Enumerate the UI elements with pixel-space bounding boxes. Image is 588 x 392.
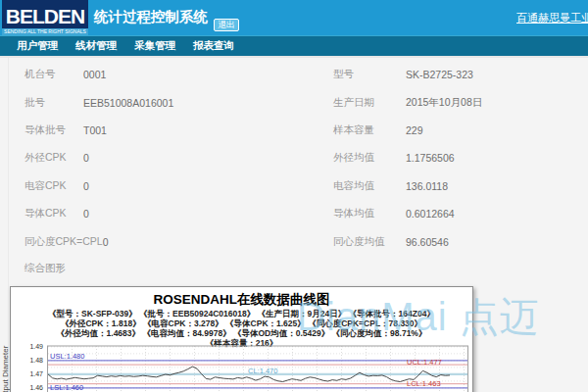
field-label: 电容CPK: [24, 179, 83, 193]
field-label: 导体批号: [24, 123, 83, 137]
form-row: 同心度CPK=CPL0同心度均值96.60546: [0, 227, 588, 255]
field-label: 机台号: [24, 68, 83, 81]
chart-info-line: 《外径CPK：1.818》 《电容CPK：3.278》 《导体CPK：1.625…: [11, 318, 472, 328]
field-value: 0: [83, 180, 89, 192]
field-label: 生产日期: [333, 96, 406, 110]
form-row-left: 外径CPK0: [24, 151, 333, 165]
field-value: 0001: [83, 69, 106, 80]
y-tick-label: 1.48: [23, 356, 43, 365]
belden-logo-tagline: SENDING ALL THE RIGHT SIGNALS: [2, 28, 88, 35]
composite-graph-label: 综合图形: [0, 256, 588, 279]
field-value: 0: [103, 236, 109, 248]
limit-label-lsl: LSL:1.460: [50, 383, 83, 392]
field-value: 229: [406, 124, 423, 136]
y-tick-label: 1.49: [23, 342, 43, 351]
form-row-right: 导体均值0.6012664: [333, 207, 455, 220]
form-row-right: 同心度均值96.60546: [333, 235, 449, 249]
field-value: T001: [83, 124, 107, 136]
form-row: 机台号0001型号SK-B2725-323: [0, 61, 588, 88]
field-value: EEB51008A016001: [83, 97, 173, 109]
limit-label-ucl: UCL:1.477: [407, 358, 442, 367]
field-value: 136.0118: [406, 180, 448, 192]
field-label: 导体均值: [333, 207, 406, 220]
form-row: 导体批号T001样本容量229: [0, 117, 588, 144]
nav-tab-4[interactable]: 报表查询: [189, 39, 238, 53]
company-link[interactable]: 百通赫思曼工业（: [516, 11, 588, 25]
limit-label-cl: CL:1.470: [248, 367, 277, 375]
chart-title: ROSENDAHL在线数据曲线图: [11, 291, 472, 309]
field-value: 1.1756506: [406, 152, 455, 164]
field-value: 0: [83, 208, 89, 220]
field-label: 同心度均值: [333, 235, 406, 249]
plot-svg: USL:1.480UCL:1.477CL:1.470LCL:1.463LSL:1…: [46, 342, 469, 392]
field-label: 样本容量: [333, 123, 406, 137]
page-title: 统计过程控制系统: [94, 0, 208, 33]
form-row-right: 外径均值1.1756506: [333, 151, 455, 165]
field-label: 电容均值: [333, 179, 406, 193]
field-value: 2015年10月08日: [406, 96, 482, 110]
belden-logo-text: BELDEN: [2, 5, 88, 28]
form-row: 外径CPK0外径均值1.1756506: [0, 144, 588, 172]
form-row-left: 机台号0001: [24, 68, 333, 81]
field-label: 外径CPK: [24, 151, 83, 165]
y-tick-label: 1.47: [23, 369, 43, 378]
field-value: 0.6012664: [406, 208, 455, 220]
field-label: 同心度CPK=CPL: [24, 235, 103, 249]
field-value: SK-B2725-323: [406, 69, 473, 80]
logout-button[interactable]: 退出: [214, 19, 239, 31]
form-row-left: 导体CPK0: [24, 207, 333, 220]
field-label: 批号: [24, 96, 83, 110]
form-row: 批号EEB51008A016001生产日期2015年10月08日: [0, 88, 588, 116]
limit-label-lcl: LCL:1.463: [407, 379, 441, 388]
y-axis-label: Output Diameter: [1, 330, 13, 392]
limit-label-usl: USL:1.480: [50, 352, 84, 361]
field-label: 外径均值: [333, 151, 406, 165]
field-value: 96.60546: [406, 236, 449, 248]
field-label: 型号: [333, 68, 406, 81]
form-row-left: 导体批号T001: [24, 123, 333, 137]
belden-logo: BELDEN SENDING ALL THE RIGHT SIGNALS: [2, 0, 88, 35]
nav-tab-3[interactable]: 采集管理: [130, 39, 179, 53]
form-row-right: 样本容量229: [333, 123, 423, 137]
form-row: 电容CPK0电容均值136.0118: [0, 172, 588, 200]
form-row-left: 批号EEB51008A016001: [24, 96, 333, 110]
y-tick-label: 1.46: [23, 383, 43, 392]
form-row-right: 型号SK-B2725-323: [333, 68, 473, 81]
nav-tab-1[interactable]: 用户管理: [13, 39, 62, 53]
form-rows: 机台号0001型号SK-B2725-323批号EEB51008A016001生产…: [0, 58, 588, 256]
form-row: 导体CPK0导体均值0.6012664: [0, 200, 588, 227]
field-value: 0: [83, 152, 89, 164]
form-row-left: 电容CPK0: [24, 179, 333, 193]
app-header: BELDEN SENDING ALL THE RIGHT SIGNALS 统计过…: [0, 0, 588, 35]
nav-bar: 用户管理线材管理采集管理报表查询: [0, 35, 588, 56]
form-row-left: 同心度CPK=CPL0: [24, 235, 333, 249]
nav-tab-2[interactable]: 线材管理: [72, 39, 121, 53]
form-row-right: 电容均值136.0118: [333, 179, 448, 193]
chart-info-line: 《型号：SK-SFP-039》 《批号：EEB50924C016018》 《生产…: [11, 309, 472, 318]
chart-info-line: 《外径均值：1.4683》 《电容均值：84.9978》 《导体OD均值：0.5…: [11, 328, 472, 338]
chart-panel: ROSENDAHL在线数据曲线图 《型号：SK-SFP-039》 《批号：EEB…: [10, 286, 473, 392]
form-row-right: 生产日期2015年10月08日: [333, 96, 482, 110]
field-label: 导体CPK: [24, 207, 83, 220]
